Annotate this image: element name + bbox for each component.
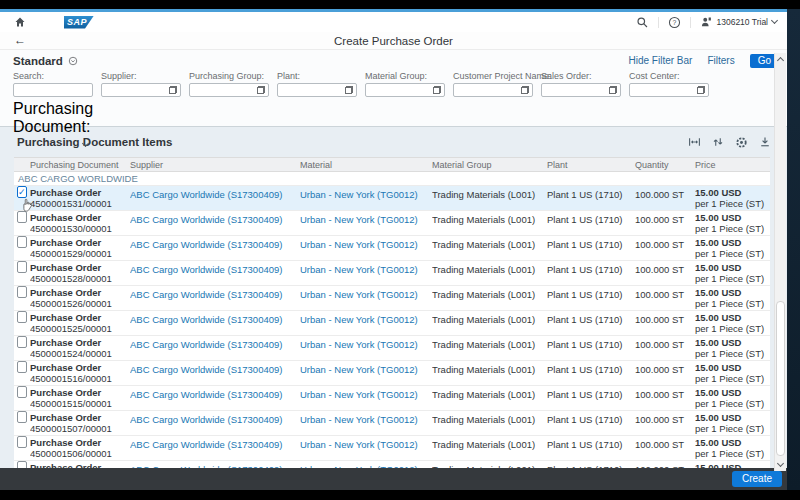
supplier-link[interactable]: ABC Cargo Worldwide (S17300409) bbox=[130, 286, 300, 310]
table-row[interactable]: ✓ Purchase Order 4500001515/00001 ABC Ca… bbox=[14, 386, 770, 411]
material-link[interactable]: Urban - New York (TG0012) bbox=[300, 361, 432, 385]
column-header-quantity[interactable]: Quantity bbox=[635, 160, 695, 170]
material-link[interactable]: Urban - New York (TG0012) bbox=[300, 261, 432, 285]
table-row[interactable]: ✓ Purchase Order ABC Cargo Worldwide (S1… bbox=[14, 461, 770, 468]
create-button[interactable]: Create bbox=[732, 471, 782, 487]
table-row[interactable]: ✓ Purchase Order 4500001526/00001 ABC Ca… bbox=[14, 286, 770, 311]
column-header-purchasing-document[interactable]: Purchasing Document bbox=[30, 160, 130, 170]
material-link[interactable]: Urban - New York (TG0012) bbox=[300, 336, 432, 360]
row-checkbox[interactable]: ✓ bbox=[17, 411, 27, 423]
column-header-plant[interactable]: Plant bbox=[547, 160, 635, 170]
column-header-price[interactable]: Price bbox=[695, 160, 770, 170]
material-link[interactable]: Urban - New York (TG0012) bbox=[300, 186, 432, 210]
quantity-cell: 100.000 ST bbox=[635, 311, 695, 335]
table-row[interactable]: ✓ Purchase Order 4500001528/00001 ABC Ca… bbox=[14, 261, 770, 286]
plant-cell: Plant 1 US (1710) bbox=[547, 411, 635, 435]
value-help-icon[interactable] bbox=[521, 86, 529, 94]
value-help-icon[interactable] bbox=[345, 86, 353, 94]
user-menu[interactable]: 1306210 Trial bbox=[700, 16, 777, 28]
material-link[interactable]: Urban - New York (TG0012) bbox=[300, 286, 432, 310]
vertical-scrollbar[interactable] bbox=[774, 53, 786, 471]
table-row[interactable]: ✓ Purchase Order 4500001506/00001 ABC Ca… bbox=[14, 436, 770, 461]
home-icon[interactable] bbox=[14, 16, 26, 28]
material-group-cell: Trading Materials (L001) bbox=[432, 311, 547, 335]
material-link[interactable]: Urban - New York (TG0012) bbox=[300, 311, 432, 335]
filter-field-input[interactable] bbox=[13, 83, 93, 97]
page-header: ← Create Purchase Order bbox=[0, 32, 787, 50]
help-icon[interactable]: ? bbox=[668, 16, 681, 29]
quantity-cell: 100.000 ST bbox=[635, 286, 695, 310]
supplier-link[interactable]: ABC Cargo Worldwide (S17300409) bbox=[130, 311, 300, 335]
purchasing-document-cell: Purchase Order 4500001507/00001 bbox=[30, 411, 130, 435]
supplier-link[interactable]: ABC Cargo Worldwide (S17300409) bbox=[130, 411, 300, 435]
scrollbar-thumb[interactable] bbox=[776, 301, 785, 456]
export-icon[interactable] bbox=[759, 136, 771, 148]
material-link[interactable]: Urban - New York (TG0012) bbox=[300, 461, 432, 468]
quantity-cell: 100.000 ST bbox=[635, 461, 695, 468]
scroll-down-icon[interactable] bbox=[777, 460, 784, 467]
supplier-link[interactable]: ABC Cargo Worldwide (S17300409) bbox=[130, 186, 300, 210]
variant-dropdown-icon[interactable] bbox=[68, 56, 78, 66]
table-row[interactable]: ✓ Purchase Order 4500001531/00001 ABC Ca… bbox=[14, 186, 770, 211]
row-checkbox[interactable]: ✓ bbox=[17, 336, 27, 348]
hide-filter-bar-link[interactable]: Hide Filter Bar bbox=[629, 55, 693, 66]
supplier-link[interactable]: ABC Cargo Worldwide (S17300409) bbox=[130, 211, 300, 235]
supplier-link[interactable]: ABC Cargo Worldwide (S17300409) bbox=[130, 461, 300, 468]
row-checkbox[interactable]: ✓ bbox=[17, 436, 27, 448]
value-help-icon[interactable] bbox=[169, 86, 177, 94]
filter-field-input[interactable] bbox=[541, 83, 621, 97]
back-button[interactable]: ← bbox=[14, 33, 26, 47]
supplier-link[interactable]: ABC Cargo Worldwide (S17300409) bbox=[130, 236, 300, 260]
plant-cell: Plant 1 US (1710) bbox=[547, 236, 635, 260]
search-icon[interactable] bbox=[636, 16, 649, 29]
row-checkbox[interactable]: ✓ bbox=[17, 386, 27, 398]
settings-icon[interactable] bbox=[735, 136, 748, 149]
supplier-link[interactable]: ABC Cargo Worldwide (S17300409) bbox=[130, 436, 300, 460]
quantity-cell: 100.000 ST bbox=[635, 186, 695, 210]
filters-link[interactable]: Filters bbox=[707, 55, 734, 66]
row-checkbox[interactable]: ✓ bbox=[17, 311, 27, 323]
column-header-material[interactable]: Material bbox=[300, 160, 432, 170]
value-help-icon[interactable] bbox=[433, 86, 441, 94]
table-row[interactable]: ✓ Purchase Order 4500001530/00001 ABC Ca… bbox=[14, 211, 770, 236]
table-row[interactable]: ✓ Purchase Order 4500001529/00001 ABC Ca… bbox=[14, 236, 770, 261]
table-row[interactable]: ✓ Purchase Order 4500001516/00001 ABC Ca… bbox=[14, 361, 770, 386]
filter-field-input[interactable] bbox=[277, 83, 357, 97]
row-checkbox[interactable]: ✓ bbox=[17, 361, 27, 373]
filter-field: Customer Project Name: bbox=[453, 71, 533, 97]
supplier-link[interactable]: ABC Cargo Worldwide (S17300409) bbox=[130, 386, 300, 410]
material-link[interactable]: Urban - New York (TG0012) bbox=[300, 386, 432, 410]
filter-field-input[interactable] bbox=[629, 83, 709, 97]
sort-icon[interactable] bbox=[712, 136, 724, 148]
row-checkbox[interactable]: ✓ bbox=[17, 236, 27, 248]
filter-field-input[interactable] bbox=[101, 83, 181, 97]
table-row[interactable]: ✓ Purchase Order 4500001525/00001 ABC Ca… bbox=[14, 311, 770, 336]
material-link[interactable]: Urban - New York (TG0012) bbox=[300, 211, 432, 235]
column-header-supplier[interactable]: Supplier bbox=[130, 160, 300, 170]
material-link[interactable]: Urban - New York (TG0012) bbox=[300, 411, 432, 435]
footer-bar: Create bbox=[0, 468, 787, 490]
material-link[interactable]: Urban - New York (TG0012) bbox=[300, 236, 432, 260]
filter-field-input[interactable] bbox=[365, 83, 445, 97]
row-checkbox[interactable]: ✓ bbox=[17, 461, 27, 468]
value-help-icon[interactable] bbox=[609, 86, 617, 94]
filter-field-input[interactable] bbox=[189, 83, 269, 97]
variant-selector[interactable]: Standard bbox=[13, 55, 63, 67]
quantity-cell: 100.000 ST bbox=[635, 236, 695, 260]
fit-width-icon[interactable] bbox=[688, 136, 701, 148]
price-cell: 15.00 USD per 1 Piece (ST) bbox=[695, 311, 770, 335]
filter-field-input[interactable] bbox=[453, 83, 533, 97]
supplier-link[interactable]: ABC Cargo Worldwide (S17300409) bbox=[130, 336, 300, 360]
supplier-link[interactable]: ABC Cargo Worldwide (S17300409) bbox=[130, 361, 300, 385]
material-link[interactable]: Urban - New York (TG0012) bbox=[300, 436, 432, 460]
scroll-up-icon[interactable] bbox=[777, 57, 784, 64]
row-checkbox[interactable]: ✓ bbox=[17, 286, 27, 298]
value-help-icon[interactable] bbox=[257, 86, 265, 94]
value-help-icon[interactable] bbox=[697, 86, 705, 94]
supplier-link[interactable]: ABC Cargo Worldwide (S17300409) bbox=[130, 261, 300, 285]
row-checkbox[interactable]: ✓ bbox=[17, 261, 27, 273]
column-header-material-group[interactable]: Material Group bbox=[432, 160, 547, 170]
row-checkbox[interactable]: ✓ bbox=[17, 186, 27, 198]
table-row[interactable]: ✓ Purchase Order 4500001507/00001 ABC Ca… bbox=[14, 411, 770, 436]
table-row[interactable]: ✓ Purchase Order 4500001524/00001 ABC Ca… bbox=[14, 336, 770, 361]
